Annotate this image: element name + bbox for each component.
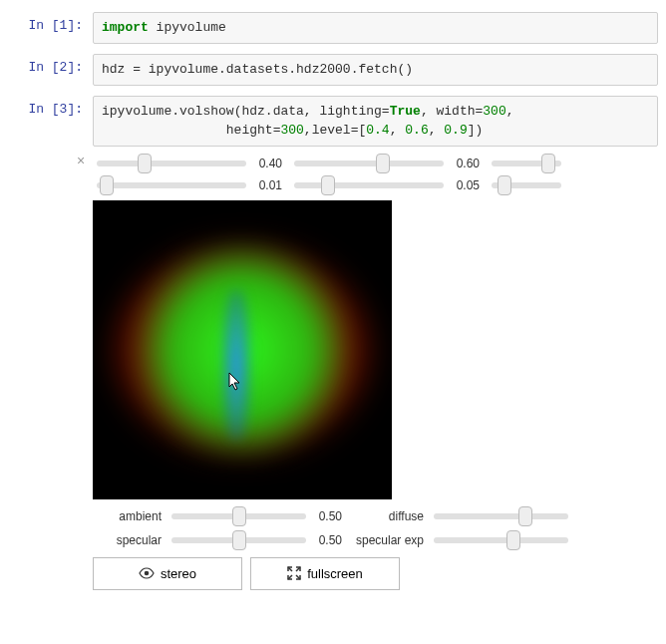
level-slider-row-1: 0.40 0.60: [93, 157, 658, 170]
input-prompt: In [3]:: [8, 96, 93, 146]
eye-icon: [139, 567, 155, 579]
diffuse-label: diffuse: [350, 509, 430, 523]
code-input[interactable]: hdz = ipyvolume.datasets.hdz2000.fetch(): [93, 54, 658, 86]
num-04: 0.4: [366, 123, 389, 138]
ambient-slider[interactable]: [171, 513, 306, 519]
paren-close: ): [476, 123, 484, 138]
specular-exp-slider[interactable]: [434, 537, 568, 543]
sep: ,: [429, 123, 445, 138]
level-value-2: 0.60: [448, 157, 488, 170]
level-sliders: 0.40 0.60 0.01 0.05: [93, 157, 658, 192]
code-cell-2: In [2]: hdz = ipyvolume.datasets.hdz2000…: [8, 54, 658, 86]
num-06: 0.6: [405, 123, 428, 138]
lighting-row-1: ambient 0.50 diffuse: [93, 509, 658, 523]
num-300: 300: [280, 123, 303, 138]
volume-canvas[interactable]: [93, 200, 392, 499]
specular-label: specular: [93, 533, 167, 547]
bracket-close: ]: [468, 123, 476, 138]
opacity-slider-1[interactable]: [97, 182, 246, 188]
close-icon[interactable]: ×: [77, 153, 85, 168]
code-input[interactable]: import ipyvolume: [93, 12, 658, 44]
code-fn: ipyvolume.volshow: [102, 104, 234, 119]
volume-isosurface-blue: [222, 290, 250, 440]
bool-true: True: [390, 104, 421, 119]
opacity-value-1: 0.01: [250, 178, 290, 192]
diffuse-slider[interactable]: [434, 513, 568, 519]
button-row: stereo fullscreen: [93, 557, 658, 590]
code-line: hdz = ipyvolume.datasets.hdz2000.fetch(): [102, 62, 413, 77]
specular-value: 0.50: [310, 533, 350, 547]
module-name: ipyvolume: [149, 20, 226, 35]
level-slider-3[interactable]: [492, 161, 561, 166]
lighting-row-2: specular 0.50 specular exp: [93, 533, 658, 547]
input-prompt: In [2]:: [8, 54, 93, 86]
num-300: 300: [483, 104, 505, 119]
level-slider-1[interactable]: [97, 161, 246, 166]
level-slider-2[interactable]: [294, 161, 444, 166]
num-09: 0.9: [444, 123, 467, 138]
stereo-button[interactable]: stereo: [93, 557, 242, 590]
input-prompt: In [1]:: [8, 12, 93, 44]
fullscreen-label: fullscreen: [307, 566, 363, 581]
fullscreen-icon: [287, 566, 301, 580]
ambient-label: ambient: [93, 509, 167, 523]
stereo-label: stereo: [161, 566, 196, 581]
comma: ,: [506, 104, 514, 119]
svg-point-0: [145, 571, 150, 576]
code-args: height=: [102, 123, 280, 138]
code-input[interactable]: ipyvolume.volshow(hdz.data, lighting=Tru…: [93, 96, 658, 146]
ambient-value: 0.50: [310, 509, 350, 523]
output-area: × 0.40 0.60 0.01 0.05: [93, 157, 658, 590]
specular-slider[interactable]: [171, 537, 306, 543]
level-value-1: 0.40: [250, 157, 290, 170]
opacity-slider-3[interactable]: [492, 182, 561, 188]
code-args: hdz.data, lighting=: [241, 104, 389, 119]
fullscreen-button[interactable]: fullscreen: [250, 557, 400, 590]
sep: ,: [390, 123, 406, 138]
opacity-slider-2[interactable]: [294, 182, 444, 188]
opacity-slider-row: 0.01 0.05: [93, 178, 658, 192]
code-args: , width=: [421, 104, 483, 119]
code-args: ,level=[: [304, 123, 366, 138]
specular-exp-label: specular exp: [350, 533, 430, 547]
opacity-value-2: 0.05: [448, 178, 488, 192]
lighting-sliders: ambient 0.50 diffuse specular 0.50 specu…: [93, 509, 658, 547]
code-cell-1: In [1]: import ipyvolume: [8, 12, 658, 44]
keyword-import: import: [102, 20, 149, 35]
code-cell-3: In [3]: ipyvolume.volshow(hdz.data, ligh…: [8, 96, 658, 146]
